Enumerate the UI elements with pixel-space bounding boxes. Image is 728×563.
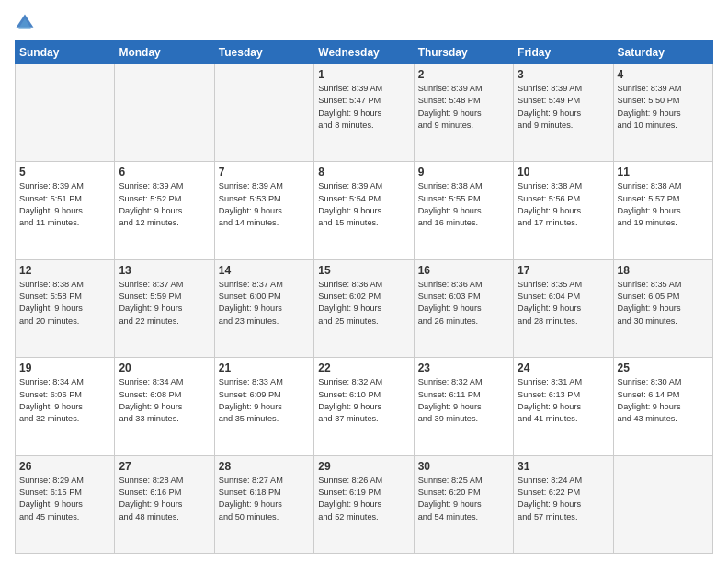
calendar-day-28: 28Sunrise: 8:27 AM Sunset: 6:18 PM Dayli… — [214, 455, 313, 553]
calendar-day-24: 24Sunrise: 8:31 AM Sunset: 6:13 PM Dayli… — [514, 358, 613, 455]
calendar-day-22: 22Sunrise: 8:32 AM Sunset: 6:10 PM Dayli… — [314, 358, 414, 455]
logo-icon — [15, 13, 35, 33]
day-info: Sunrise: 8:39 AM Sunset: 5:49 PM Dayligh… — [518, 83, 609, 132]
logo — [15, 13, 39, 33]
calendar-day-1: 1Sunrise: 8:39 AM Sunset: 5:47 PM Daylig… — [314, 64, 414, 162]
calendar-week-row: 19Sunrise: 8:34 AM Sunset: 6:06 PM Dayli… — [16, 358, 713, 455]
calendar-day-5: 5Sunrise: 8:39 AM Sunset: 5:51 PM Daylig… — [16, 162, 115, 259]
calendar-week-row: 1Sunrise: 8:39 AM Sunset: 5:47 PM Daylig… — [16, 64, 713, 162]
day-info: Sunrise: 8:39 AM Sunset: 5:47 PM Dayligh… — [318, 83, 409, 132]
calendar-day-27: 27Sunrise: 8:28 AM Sunset: 6:16 PM Dayli… — [115, 455, 214, 553]
calendar-day-26: 26Sunrise: 8:29 AM Sunset: 6:15 PM Dayli… — [16, 455, 115, 553]
calendar-day-11: 11Sunrise: 8:38 AM Sunset: 5:57 PM Dayli… — [613, 162, 712, 259]
calendar-header: SundayMondayTuesdayWednesdayThursdayFrid… — [16, 41, 713, 64]
day-info: Sunrise: 8:35 AM Sunset: 6:04 PM Dayligh… — [518, 279, 609, 327]
weekday-header-wednesday: Wednesday — [314, 41, 414, 64]
day-number: 31 — [518, 460, 609, 473]
day-info: Sunrise: 8:36 AM Sunset: 6:02 PM Dayligh… — [318, 279, 409, 327]
calendar-table: SundayMondayTuesdayWednesdayThursdayFrid… — [15, 40, 713, 554]
day-number: 15 — [318, 264, 409, 277]
calendar-day-17: 17Sunrise: 8:35 AM Sunset: 6:04 PM Dayli… — [514, 259, 613, 357]
day-number: 26 — [19, 460, 110, 473]
day-number: 8 — [318, 166, 409, 178]
day-number: 23 — [418, 362, 509, 374]
calendar-day-18: 18Sunrise: 8:35 AM Sunset: 6:05 PM Dayli… — [613, 259, 712, 357]
calendar-day-31: 31Sunrise: 8:24 AM Sunset: 6:22 PM Dayli… — [514, 455, 613, 553]
weekday-header-tuesday: Tuesday — [214, 41, 313, 64]
calendar-day-30: 30Sunrise: 8:25 AM Sunset: 6:20 PM Dayli… — [414, 455, 513, 553]
weekday-header-friday: Friday — [514, 41, 613, 64]
day-info: Sunrise: 8:26 AM Sunset: 6:19 PM Dayligh… — [318, 475, 409, 523]
day-info: Sunrise: 8:35 AM Sunset: 6:05 PM Dayligh… — [618, 279, 709, 327]
day-number: 3 — [518, 68, 609, 81]
day-info: Sunrise: 8:25 AM Sunset: 6:20 PM Dayligh… — [418, 475, 509, 523]
day-info: Sunrise: 8:38 AM Sunset: 5:58 PM Dayligh… — [19, 279, 110, 327]
day-number: 19 — [19, 362, 110, 374]
calendar-day-6: 6Sunrise: 8:39 AM Sunset: 5:52 PM Daylig… — [115, 162, 214, 259]
day-number: 29 — [318, 460, 409, 473]
top-section — [15, 13, 713, 33]
day-number: 1 — [318, 68, 409, 81]
calendar-empty-cell — [214, 64, 313, 162]
calendar-day-3: 3Sunrise: 8:39 AM Sunset: 5:49 PM Daylig… — [514, 64, 613, 162]
day-info: Sunrise: 8:39 AM Sunset: 5:51 PM Dayligh… — [19, 180, 110, 229]
day-info: Sunrise: 8:32 AM Sunset: 6:10 PM Dayligh… — [318, 376, 409, 425]
day-number: 11 — [618, 166, 709, 178]
weekday-header-monday: Monday — [115, 41, 214, 64]
day-number: 13 — [119, 264, 210, 277]
day-number: 2 — [418, 68, 509, 81]
day-info: Sunrise: 8:36 AM Sunset: 6:03 PM Dayligh… — [418, 279, 509, 327]
day-info: Sunrise: 8:31 AM Sunset: 6:13 PM Dayligh… — [518, 376, 609, 425]
day-info: Sunrise: 8:39 AM Sunset: 5:54 PM Dayligh… — [318, 180, 409, 229]
calendar-day-23: 23Sunrise: 8:32 AM Sunset: 6:11 PM Dayli… — [414, 358, 513, 455]
day-number: 27 — [119, 460, 210, 473]
day-info: Sunrise: 8:39 AM Sunset: 5:53 PM Dayligh… — [219, 180, 310, 229]
day-number: 9 — [418, 166, 509, 178]
day-number: 10 — [518, 166, 609, 178]
weekday-header-sunday: Sunday — [16, 41, 115, 64]
calendar-day-10: 10Sunrise: 8:38 AM Sunset: 5:56 PM Dayli… — [514, 162, 613, 259]
calendar-body: 1Sunrise: 8:39 AM Sunset: 5:47 PM Daylig… — [16, 64, 713, 554]
calendar-day-4: 4Sunrise: 8:39 AM Sunset: 5:50 PM Daylig… — [613, 64, 712, 162]
calendar-empty-cell — [613, 455, 712, 553]
day-info: Sunrise: 8:39 AM Sunset: 5:52 PM Dayligh… — [119, 180, 210, 229]
day-number: 25 — [618, 362, 709, 374]
calendar-day-29: 29Sunrise: 8:26 AM Sunset: 6:19 PM Dayli… — [314, 455, 414, 553]
day-info: Sunrise: 8:32 AM Sunset: 6:11 PM Dayligh… — [418, 376, 509, 425]
day-info: Sunrise: 8:28 AM Sunset: 6:16 PM Dayligh… — [119, 475, 210, 523]
calendar-day-15: 15Sunrise: 8:36 AM Sunset: 6:02 PM Dayli… — [314, 259, 414, 357]
day-info: Sunrise: 8:33 AM Sunset: 6:09 PM Dayligh… — [219, 376, 310, 425]
day-info: Sunrise: 8:24 AM Sunset: 6:22 PM Dayligh… — [518, 475, 609, 523]
day-info: Sunrise: 8:34 AM Sunset: 6:08 PM Dayligh… — [119, 376, 210, 425]
day-number: 6 — [119, 166, 210, 178]
day-info: Sunrise: 8:38 AM Sunset: 5:57 PM Dayligh… — [618, 180, 709, 229]
day-number: 16 — [418, 264, 509, 277]
day-number: 17 — [518, 264, 609, 277]
day-number: 4 — [618, 68, 709, 81]
calendar-day-14: 14Sunrise: 8:37 AM Sunset: 6:00 PM Dayli… — [214, 259, 313, 357]
calendar-day-20: 20Sunrise: 8:34 AM Sunset: 6:08 PM Dayli… — [115, 358, 214, 455]
calendar-week-row: 26Sunrise: 8:29 AM Sunset: 6:15 PM Dayli… — [16, 455, 713, 553]
calendar-day-21: 21Sunrise: 8:33 AM Sunset: 6:09 PM Dayli… — [214, 358, 313, 455]
calendar-empty-cell — [16, 64, 115, 162]
day-info: Sunrise: 8:39 AM Sunset: 5:48 PM Dayligh… — [418, 83, 509, 132]
calendar-week-row: 5Sunrise: 8:39 AM Sunset: 5:51 PM Daylig… — [16, 162, 713, 259]
calendar-day-8: 8Sunrise: 8:39 AM Sunset: 5:54 PM Daylig… — [314, 162, 414, 259]
day-number: 22 — [318, 362, 409, 374]
calendar-day-16: 16Sunrise: 8:36 AM Sunset: 6:03 PM Dayli… — [414, 259, 513, 357]
day-info: Sunrise: 8:30 AM Sunset: 6:14 PM Dayligh… — [618, 376, 709, 425]
day-info: Sunrise: 8:39 AM Sunset: 5:50 PM Dayligh… — [618, 83, 709, 132]
calendar-day-25: 25Sunrise: 8:30 AM Sunset: 6:14 PM Dayli… — [613, 358, 712, 455]
day-number: 21 — [219, 362, 310, 374]
calendar-empty-cell — [115, 64, 214, 162]
calendar-day-19: 19Sunrise: 8:34 AM Sunset: 6:06 PM Dayli… — [16, 358, 115, 455]
day-info: Sunrise: 8:34 AM Sunset: 6:06 PM Dayligh… — [19, 376, 110, 425]
day-info: Sunrise: 8:37 AM Sunset: 6:00 PM Dayligh… — [219, 279, 310, 327]
day-info: Sunrise: 8:37 AM Sunset: 5:59 PM Dayligh… — [119, 279, 210, 327]
day-number: 14 — [219, 264, 310, 277]
day-number: 18 — [618, 264, 709, 277]
weekday-header-saturday: Saturday — [613, 41, 712, 64]
calendar-week-row: 12Sunrise: 8:38 AM Sunset: 5:58 PM Dayli… — [16, 259, 713, 357]
day-number: 24 — [518, 362, 609, 374]
calendar-day-12: 12Sunrise: 8:38 AM Sunset: 5:58 PM Dayli… — [16, 259, 115, 357]
